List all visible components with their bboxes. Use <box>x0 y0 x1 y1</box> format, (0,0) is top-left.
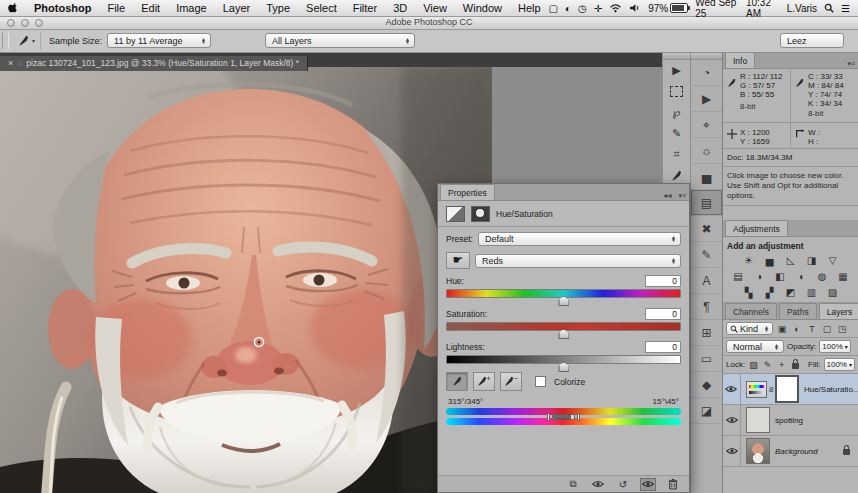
channel-select[interactable]: Reds ▲▼ <box>475 254 681 268</box>
color-balance-icon[interactable]: ◑ <box>752 270 766 282</box>
vibrance-icon[interactable]: ▽ <box>826 254 840 266</box>
selective-color-icon[interactable]: ▨ <box>826 286 840 298</box>
histogram-panel-icon[interactable]: ▅ <box>691 164 722 190</box>
range-inner-right-handle[interactable] <box>570 414 575 420</box>
channel-mixer-icon[interactable]: ◍ <box>815 270 829 282</box>
layer-visibility-toggle[interactable] <box>723 436 741 466</box>
menu-image[interactable]: Image <box>168 2 215 14</box>
filter-type-layers-icon[interactable]: T <box>806 322 818 335</box>
preset-select[interactable]: Default ▲▼ <box>478 232 681 246</box>
layer-row-hue-saturation[interactable]: 8 Hue/Saturatio... <box>723 374 858 405</box>
crop-tool[interactable]: ⌗ <box>663 144 690 165</box>
wifi-icon[interactable] <box>609 3 622 13</box>
layer-row-spotting[interactable]: spotting <box>723 405 858 436</box>
range-outer-left-handle[interactable] <box>547 413 550 421</box>
targeted-adjustment-tool[interactable]: ☛ <box>446 252 470 269</box>
properties-tab-row[interactable]: Properties ◂◂ ▾≡ <box>438 184 689 201</box>
tab-properties[interactable]: Properties <box>440 184 495 200</box>
black-white-icon[interactable]: ◧ <box>773 270 787 282</box>
saturation-value-input[interactable]: 0 <box>645 308 681 320</box>
layer-name[interactable]: Background <box>775 447 818 456</box>
menu-time[interactable]: 10:32 AM <box>746 0 780 19</box>
hue-saturation-icon[interactable]: ▤ <box>731 270 745 282</box>
battery-indicator[interactable]: 97% <box>648 3 688 14</box>
menu-help[interactable]: Help <box>510 2 549 14</box>
tab-info[interactable]: Info <box>725 52 755 68</box>
layer-thumbnail[interactable] <box>746 407 770 433</box>
view-previous-state-icon[interactable] <box>590 478 606 491</box>
layer-visibility-toggle[interactable] <box>723 374 741 404</box>
lock-pixels-icon[interactable]: ✎ <box>762 360 773 370</box>
menu-user[interactable]: L.Varis <box>787 3 817 14</box>
apple-menu[interactable] <box>0 2 26 14</box>
notes-panel-icon[interactable]: ▭ <box>691 346 722 372</box>
menu-type[interactable]: Type <box>258 2 298 14</box>
tools-panel-header[interactable] <box>663 52 690 60</box>
lightness-slider-thumb[interactable] <box>558 362 569 372</box>
curves-icon[interactable]: ◺ <box>784 254 798 266</box>
photo-filter-icon[interactable]: ◖ <box>794 270 808 282</box>
blend-mode-select[interactable]: Normal ▲▼ <box>726 340 784 353</box>
hue-slider-thumb[interactable] <box>558 296 569 306</box>
lock-transparency-icon[interactable]: ▨ <box>748 360 759 370</box>
move-tool[interactable]: ▶ <box>663 60 690 81</box>
gradient-map-icon[interactable]: ▥ <box>805 286 819 298</box>
posterize-icon[interactable]: ▞ <box>763 286 777 298</box>
collapse-panels-icon[interactable]: ◂◂ <box>663 191 671 200</box>
layer-visibility-toggle[interactable] <box>723 405 741 435</box>
tab-adjustments[interactable]: Adjustments <box>725 220 788 236</box>
tab-paths[interactable]: Paths <box>779 303 817 319</box>
properties-panel-menu-icon[interactable]: ▾≡ <box>678 192 686 200</box>
hue-value-input[interactable]: 0 <box>645 275 681 287</box>
rectangular-marquee-tool[interactable] <box>663 81 690 102</box>
styles-panel-icon[interactable]: ◪ <box>691 398 722 424</box>
menu-3d[interactable]: 3D <box>385 2 415 14</box>
colorize-checkbox[interactable] <box>535 376 546 387</box>
exposure-icon[interactable]: ◨ <box>805 254 819 266</box>
brightness-contrast-icon[interactable]: ☀ <box>742 254 756 266</box>
menu-view[interactable]: View <box>415 2 455 14</box>
tool-presets-panel-icon[interactable]: ✖ <box>691 216 722 242</box>
workspace-switcher[interactable]: Leez <box>780 33 844 48</box>
adjustment-layer-thumbnail[interactable] <box>746 381 767 398</box>
menu-file[interactable]: File <box>99 2 133 14</box>
saturation-slider-thumb[interactable] <box>558 329 569 339</box>
sample-size-select[interactable]: 11 by 11 Average ▲▼ <box>107 33 211 48</box>
adjustments-panel-icon[interactable]: ☼ <box>691 138 722 164</box>
reset-adjustment-icon[interactable]: ↺ <box>615 478 631 491</box>
keyboard-menu-icon[interactable]: ◐ <box>565 3 571 14</box>
clip-to-layer-icon[interactable]: ⧉ <box>565 478 581 491</box>
add-to-sample-eyedropper-button[interactable]: + <box>473 372 495 391</box>
saturation-slider[interactable] <box>446 322 681 331</box>
menu-filter[interactable]: Filter <box>345 2 385 14</box>
layer-thumbnail[interactable] <box>746 438 770 464</box>
3d-panel-icon[interactable]: ◆ <box>691 372 722 398</box>
sample-layers-select[interactable]: All Layers ▲▼ <box>265 33 415 48</box>
accessibility-menu-icon[interactable]: ✛ <box>594 3 602 14</box>
info-panel-menu-icon[interactable]: ▾≡ <box>847 60 855 68</box>
layer-filter-kind-select[interactable]: Kind ▲▼ <box>726 322 773 335</box>
sample-eyedropper-button[interactable] <box>446 372 468 391</box>
filter-shape-layers-icon[interactable]: ▢ <box>821 322 833 335</box>
color-lookup-icon[interactable]: ▦ <box>836 270 850 282</box>
subtract-from-sample-eyedropper-button[interactable]: − <box>500 372 522 391</box>
lightness-slider[interactable] <box>446 355 681 364</box>
menu-layer[interactable]: Layer <box>215 2 259 14</box>
tool-preset-picker[interactable]: ▾ <box>13 32 41 50</box>
menu-edit[interactable]: Edit <box>133 2 168 14</box>
filter-pixel-layers-icon[interactable]: ▣ <box>776 322 788 335</box>
panel-dock-header[interactable] <box>691 52 722 60</box>
layer-row-background[interactable]: Background <box>723 436 858 467</box>
history-panel-icon[interactable]: ◔ <box>691 60 722 86</box>
spotlight-icon[interactable] <box>824 3 834 13</box>
document-tab[interactable]: × ◌ pizac 130724_101_123.jpg @ 33.3% (Hu… <box>0 56 308 71</box>
quick-selection-tool[interactable]: ✎ <box>663 123 690 144</box>
actions-panel-icon[interactable]: ▶ <box>691 86 722 112</box>
invert-icon[interactable]: ▚ <box>742 286 756 298</box>
tab-channels[interactable]: Channels <box>725 303 777 319</box>
hue-slider[interactable] <box>446 289 681 298</box>
lasso-tool[interactable]: ℘ <box>663 102 690 123</box>
layer-name[interactable]: spotting <box>775 416 803 425</box>
layer-mask-thumbnail[interactable] <box>775 375 798 403</box>
portrait-photo[interactable] <box>0 67 492 493</box>
